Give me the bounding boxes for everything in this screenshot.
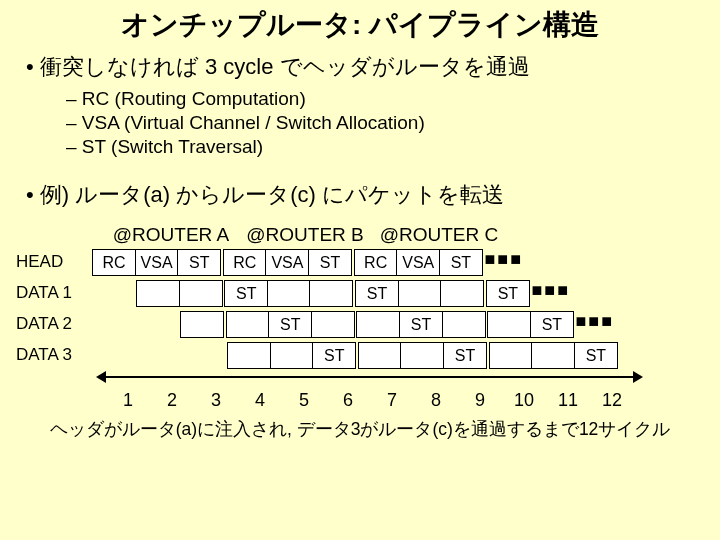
row-data1-label: DATA 1 — [14, 283, 92, 303]
cycle-axis: 1 2 3 4 5 6 7 8 9 10 11 12 — [106, 390, 720, 411]
d2-cell-6 — [311, 311, 355, 338]
footnote: ヘッダがルータ(a)に注入され, データ3がルータ(c)を通過するまで12サイク… — [0, 417, 720, 441]
axis-1: 1 — [106, 390, 150, 411]
dots-icon: ■■■ — [481, 249, 515, 276]
d2-cell-4 — [226, 311, 270, 338]
d2-cell-3 — [180, 311, 224, 338]
d1-a-st: ST — [224, 280, 268, 307]
d3-cell-5 — [270, 342, 314, 369]
d2-cell-9 — [442, 311, 486, 338]
head-b-st: ST — [308, 249, 352, 276]
d3-a-st: ST — [312, 342, 356, 369]
d3-cell-7 — [358, 342, 402, 369]
axis-9: 9 — [458, 390, 502, 411]
row-data3-label: DATA 3 — [14, 345, 92, 365]
head-c-rc: RC — [354, 249, 398, 276]
axis-12: 12 — [590, 390, 634, 411]
d3-c-st: ST — [574, 342, 618, 369]
dots-icon: ■■■ — [528, 280, 562, 307]
axis-8: 8 — [414, 390, 458, 411]
d3-cell-4 — [227, 342, 271, 369]
row-data1: DATA 1 ST ST ST ■■■ — [14, 278, 720, 308]
d3-cell-11 — [531, 342, 575, 369]
axis-11: 11 — [546, 390, 590, 411]
timing-grid: HEAD RC VSA ST RC VSA ST RC VSA ST ■■■ — [14, 247, 720, 370]
head-b-rc: RC — [223, 249, 267, 276]
slide: オンチップルータ: パイプライン構造 衝突しなければ 3 cycle でヘッダが… — [0, 0, 720, 441]
head-b-vsa: VSA — [265, 249, 309, 276]
time-arrow — [106, 370, 720, 384]
d1-cell-3 — [179, 280, 223, 307]
pipeline-diagram: @ROUTER A @ROUTER B @ROUTER C HEAD RC VS… — [0, 224, 720, 411]
d1-cell-9 — [440, 280, 484, 307]
head-c-vsa: VSA — [396, 249, 440, 276]
head-c-st: ST — [439, 249, 483, 276]
axis-7: 7 — [370, 390, 414, 411]
d1-cell-8 — [398, 280, 442, 307]
bullet-cycles: 衝突しなければ 3 cycle でヘッダがルータを通過 — [26, 52, 720, 82]
d1-b-st: ST — [355, 280, 399, 307]
row-head-label: HEAD — [14, 252, 92, 272]
row-data3: DATA 3 ST ST ST — [14, 340, 720, 370]
sub-st: ST (Switch Traversal) — [66, 136, 720, 158]
d1-c-st: ST — [486, 280, 530, 307]
d3-cell-8 — [400, 342, 444, 369]
d2-c-st: ST — [530, 311, 574, 338]
d2-cell-10 — [487, 311, 531, 338]
head-a-rc: RC — [92, 249, 136, 276]
d2-cell-7 — [356, 311, 400, 338]
bullet-example: 例) ルータ(a) からルータ(c) にパケットを転送 — [26, 180, 720, 210]
axis-4: 4 — [238, 390, 282, 411]
router-b-label: @ROUTER B — [240, 224, 370, 246]
head-a-vsa: VSA — [135, 249, 179, 276]
d2-b-st: ST — [399, 311, 443, 338]
row-data2: DATA 2 ST ST ST ■■■ — [14, 309, 720, 339]
axis-2: 2 — [150, 390, 194, 411]
axis-5: 5 — [282, 390, 326, 411]
row-head: HEAD RC VSA ST RC VSA ST RC VSA ST ■■■ — [14, 247, 720, 277]
axis-10: 10 — [502, 390, 546, 411]
d1-cell-2 — [136, 280, 180, 307]
router-c-label: @ROUTER C — [374, 224, 504, 246]
sub-rc: RC (Routing Computation) — [66, 88, 720, 110]
d1-cell-5 — [267, 280, 311, 307]
slide-title: オンチップルータ: パイプライン構造 — [0, 6, 720, 44]
d3-cell-10 — [489, 342, 533, 369]
row-data2-label: DATA 2 — [14, 314, 92, 334]
d3-b-st: ST — [443, 342, 487, 369]
head-a-st: ST — [177, 249, 221, 276]
axis-6: 6 — [326, 390, 370, 411]
axis-3: 3 — [194, 390, 238, 411]
router-a-label: @ROUTER A — [106, 224, 236, 246]
d1-cell-6 — [309, 280, 353, 307]
dots-icon: ■■■ — [572, 311, 606, 338]
d2-a-st: ST — [268, 311, 312, 338]
sub-vsa: VSA (Virtual Channel / Switch Allocation… — [66, 112, 720, 134]
